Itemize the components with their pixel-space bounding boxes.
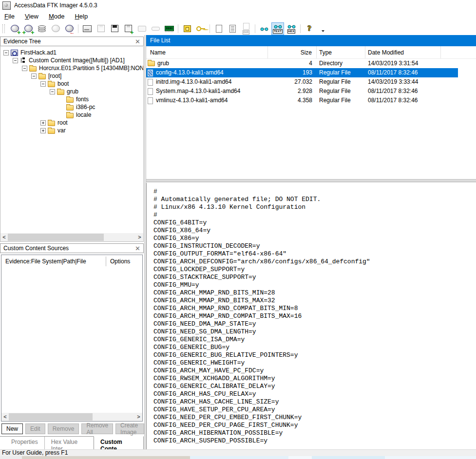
horizontal-splitter[interactable] (146, 180, 476, 183)
glasses-icon (274, 25, 282, 29)
tree-expander-minus-icon[interactable] (3, 50, 9, 55)
tree-node[interactable]: boot (0, 80, 143, 88)
tree-node[interactable]: [root] (0, 72, 143, 80)
scroll-left-arrow[interactable] (1, 413, 9, 421)
tree-node[interactable]: Horcrux.E01:Partition 5 [14304MB]:NONAME (0, 64, 143, 72)
file-type-cell: Regular File (317, 87, 365, 96)
tree-node[interactable]: var (0, 127, 143, 134)
folder-icon (48, 82, 55, 87)
menu-mode[interactable]: Mode (49, 11, 65, 22)
export-files-button[interactable] (212, 22, 225, 35)
tree-expander-minus-icon[interactable] (22, 66, 27, 71)
file-list-row[interactable]: System.map-4.13.0-kali1-amd642.928Regula… (146, 87, 458, 96)
scroll-thumb[interactable] (9, 413, 93, 421)
tree-expander-plus-icon[interactable] (40, 128, 46, 133)
text-viewer[interactable]: ## Automatically generated file; DO NOT … (146, 183, 476, 449)
column-options[interactable]: Options (106, 258, 130, 265)
remove-button: Remove (48, 423, 79, 434)
verify-drive-image-button (149, 22, 162, 35)
add-evidence-item-button[interactable] (8, 22, 21, 35)
disk-stack-icon (38, 25, 46, 28)
custom-content-close-icon[interactable]: ✕ (135, 245, 140, 252)
custom-content-header: Custom Content Sources ✕ (0, 243, 144, 253)
evidence-tree-panel: FirstHack.ad1Custom Content Image([Multi… (0, 46, 144, 242)
tree-expander-minus-icon[interactable] (13, 58, 18, 63)
file-name: System.map-4.13.0-kali1-amd64 (156, 87, 240, 96)
column-name[interactable]: Name (146, 46, 268, 58)
scroll-right-arrow[interactable] (136, 233, 143, 241)
text-mode-button[interactable]: TEXT (271, 22, 284, 35)
viewer-line: CONFIG_NEED_SG_DMA_LENGTH=y (153, 328, 473, 336)
folder-icon (148, 61, 155, 66)
detect-efs-encryption-button[interactable] (194, 22, 207, 35)
glasses-icon (260, 27, 268, 31)
evidence-tree-hscrollbar[interactable] (0, 233, 143, 241)
add-all-attached-devices-button[interactable] (22, 22, 35, 35)
toolbar-grip[interactable] (2, 24, 5, 33)
tree-expander-minus-icon[interactable] (31, 73, 37, 79)
new-button[interactable]: New (1, 423, 23, 434)
viewer-line: CONFIG_NEED_PER_CPU_PAGE_FIRST_CHUNK=y (153, 422, 473, 429)
capture-memory-button[interactable] (163, 22, 175, 35)
menu-view[interactable]: View (25, 11, 38, 22)
file-list-row[interactable]: vmlinuz-4.13.0-kali1-amd644.358Regular F… (146, 96, 458, 105)
menu-file[interactable]: File (4, 11, 15, 22)
tree-node[interactable]: i386-pc (0, 103, 143, 111)
tree-node[interactable]: locale (0, 111, 143, 119)
tree-expander-minus-icon[interactable] (40, 81, 46, 87)
column-date-modified[interactable]: Date Modified (365, 46, 441, 58)
folder-icon (57, 90, 64, 95)
file-list-row[interactable]: config-4.13.0-kali1-amd64193Regular File… (146, 68, 458, 77)
file-list-row[interactable]: initrd.img-4.13.0-kali1-amd6427.032Regul… (146, 77, 458, 87)
toolbar-separator (209, 24, 210, 33)
image-mounting-button[interactable] (36, 22, 48, 35)
tree-node[interactable]: fonts (0, 95, 143, 103)
scroll-right-arrow[interactable] (135, 413, 142, 421)
tree-node-label: FirstHack.ad1 (20, 49, 57, 56)
tree-node-label: i386-pc (76, 104, 95, 110)
evidence-tree-close-icon[interactable]: ✕ (135, 38, 140, 45)
hex-mode-button[interactable]: HEX (285, 22, 298, 35)
app-icon (2, 1, 11, 10)
menu-help[interactable]: Help (75, 11, 88, 22)
file-list-row[interactable]: grub4Directory14/03/2019 3:31:54 (146, 59, 458, 68)
file-date-cell: 14/03/2019 3:31:54 (365, 59, 441, 68)
tree-expander-plus-icon[interactable] (40, 120, 46, 126)
custom-content-hscrollbar[interactable] (1, 413, 142, 421)
file-name: initrd.img-4.13.0-kali1-amd64 (156, 77, 231, 87)
file-list-rows: grub4Directory14/03/2019 3:31:54config-4… (146, 59, 476, 105)
tree-node[interactable]: Custom Content Image([Multi]) [AD1] (0, 56, 143, 64)
column-size[interactable]: Size (268, 46, 317, 58)
tab-properties[interactable]: Properties (5, 437, 44, 448)
tree-expander-minus-icon[interactable] (50, 89, 55, 94)
key-icon (196, 26, 205, 31)
menu-bar: FileViewModeHelp (0, 11, 476, 22)
help-label: ? (307, 25, 311, 32)
auto-mode-button[interactable] (258, 22, 270, 35)
tree-node[interactable]: grub (0, 88, 143, 95)
disk-plus-icon (11, 25, 19, 32)
viewer-line: CONFIG_GENERIC_CALIBRATE_DELAY=y (153, 383, 473, 390)
add-disk-to-custom-content-image-button[interactable] (122, 22, 134, 35)
tree-node[interactable]: root (0, 119, 143, 127)
obtain-protected-files-button[interactable] (181, 22, 193, 35)
remove-all-evidence-items-button[interactable] (63, 22, 76, 35)
column-evidence-path[interactable]: Evidence:File System|Path|File (1, 257, 106, 266)
export-file-hash-list-button[interactable] (226, 22, 239, 35)
create-disk-image-button[interactable] (81, 22, 94, 35)
tree-node[interactable]: FirstHack.ad1 (0, 49, 143, 56)
viewer-line: CONFIG_64BIT=y (153, 219, 473, 227)
export-logical-image-button[interactable] (108, 22, 121, 35)
file-name-cell: System.map-4.13.0-kali1-amd64 (146, 87, 268, 96)
scroll-left-arrow[interactable] (0, 233, 8, 241)
column-type[interactable]: Type (317, 46, 365, 58)
folder-icon (66, 105, 74, 110)
file-name-cell: vmlinuz-4.13.0-kali1-amd64 (146, 96, 268, 105)
disk-plus2-icon (24, 25, 33, 32)
custom-content-list[interactable] (1, 268, 142, 413)
floppy-icon (97, 25, 105, 32)
toolbar-overflow-button[interactable] (317, 22, 329, 35)
floppy-dark-icon (111, 25, 118, 32)
scroll-thumb[interactable] (8, 234, 104, 241)
help-button[interactable]: ? (303, 22, 316, 35)
